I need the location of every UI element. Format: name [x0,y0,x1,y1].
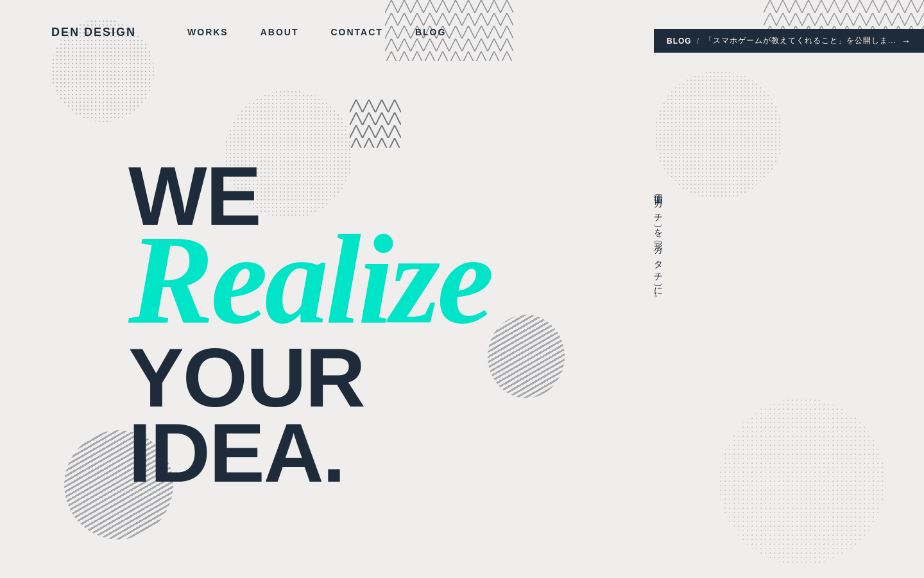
hero-line-realize: Realize [128,225,491,334]
hero-section: WE Realize YOUR IDEA. 価値〔カチ〕を形〔カタチ〕に。 [0,0,924,578]
nav-works[interactable]: WORKS [187,27,228,37]
hero-japanese-text: 価値〔カチ〕を形〔カタチ〕に。 [649,186,667,306]
blog-banner-text: 「スマホゲームが教えてくれること」を公開しま... [705,35,896,46]
main-nav: WORKS ABOUT CONTACT BLOG [187,27,446,37]
site-header: DEN DESIGN WORKS ABOUT CONTACT BLOG BLOG… [0,0,924,64]
hero-line-your: YOUR [128,340,491,416]
nav-contact[interactable]: CONTACT [330,27,382,37]
blog-banner[interactable]: BLOG / 「スマホゲームが教えてくれること」を公開しま... → [654,29,924,53]
blog-banner-label: BLOG [667,37,692,46]
hero-line-idea: IDEA. [128,416,491,491]
nav-about[interactable]: ABOUT [261,27,299,37]
blog-banner-separator: / [697,37,699,46]
hero-text-block: WE Realize YOUR IDEA. [128,154,491,491]
site-logo[interactable]: DEN DESIGN [51,26,136,39]
blog-banner-arrow: → [902,36,911,46]
decorative-striped-circle-center [488,315,565,398]
svg-rect-2 [350,100,401,148]
nav-blog[interactable]: BLOG [415,27,446,37]
decorative-dot-circle-bottom-right [719,398,886,565]
zigzag-center-small [350,100,401,148]
decorative-dot-circle-top-right [654,71,783,199]
